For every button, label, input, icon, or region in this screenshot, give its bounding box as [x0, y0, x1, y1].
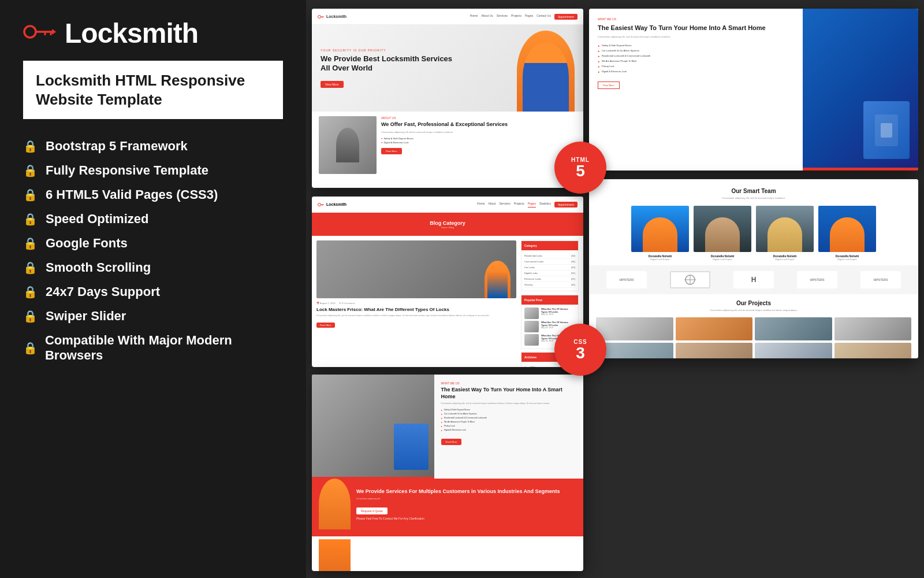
nav-link-services: Services — [497, 14, 508, 20]
blog-content: 📅 August 5, 2019 👁 0 Comments Lock Maste… — [312, 236, 583, 367]
screenshot-right-middle: Our Smart Team Consectetur adipiscing el… — [589, 179, 918, 358]
hero-button: View More — [321, 81, 344, 88]
mockup-main-nav: Locksmith Home About Us Services Project… — [312, 9, 583, 25]
person-body — [523, 42, 569, 112]
what-we-image — [803, 9, 918, 171]
feature-bootstrap: 🔒 Bootstrap 5 Framework — [23, 135, 283, 157]
team-avatar-4 — [818, 206, 876, 252]
bottom-list-6: Digital & Electronic Lock — [441, 429, 577, 432]
lock-icon-html5: 🔒 — [23, 188, 38, 202]
project-item-4 — [834, 317, 912, 341]
projects-grid — [596, 317, 911, 358]
bottom-list-2: Car Locksmith & Car Alarm Systems — [441, 413, 577, 416]
nav-link-contact: Contact Us — [536, 14, 551, 20]
blog-nav: Locksmith Home About Services Projects P… — [312, 197, 583, 213]
lock-icon-scrolling: 🔒 — [23, 261, 38, 275]
bottom-what-we-section: WHAT WE US The Easiest Way To Turn Your … — [312, 375, 583, 479]
blog-featured-image — [316, 240, 516, 298]
blog-nav-links: Home About Services Projects Pages Stati… — [477, 202, 578, 208]
blog-nav-statistics: Statistics — [539, 202, 551, 208]
what-we-list-item-2: Car Locksmith & Car Alarm Systems — [598, 49, 794, 53]
blog-main-area: 📅 August 5, 2019 👁 0 Comments Lock Maste… — [316, 240, 516, 367]
what-we-list-item-5: Pickup Lock — [598, 65, 794, 68]
brand-text-1: HIPSTERS — [619, 278, 634, 281]
svg-rect-4 — [52, 29, 54, 34]
blog-article-title: Lock Masters Frisco: What Are The Differ… — [316, 307, 516, 312]
what-we-list-item-6: Digital & Electronic Lock — [598, 70, 794, 73]
brand-2 — [670, 271, 710, 288]
lock-icon-fonts: 🔒 — [23, 236, 38, 250]
team-section: Our Smart Team Consectetur adipiscing el… — [589, 179, 918, 265]
bottom-what-content: WHAT WE US The Easiest Way To Turn Your … — [434, 375, 584, 479]
about-label: ABOUT US — [381, 116, 576, 120]
category-car: Car Locks (22) — [524, 265, 575, 271]
team-member-4: Donatella Nolwtti Digital Lock Expert — [818, 206, 876, 261]
about-title: We Offer Fast, Professional & Exceptiona… — [381, 121, 576, 128]
feature-fonts: 🔒 Google Fonts — [23, 232, 283, 254]
mockup-nav-logo: Locksmith — [318, 14, 346, 19]
hero-person-illustration — [517, 31, 575, 112]
project-item-1 — [596, 317, 673, 341]
nav-appointment-btn: Appointment — [554, 14, 578, 20]
left-panel: Locksmith Locksmith HTML Responsive Webs… — [0, 0, 306, 578]
blog-page-header: Blog Category Home / Blog — [312, 213, 583, 236]
services-quote-btn: Request A Quote — [356, 507, 388, 514]
project-item-7 — [755, 343, 832, 358]
bottom-list-5: Pickup Lock — [441, 425, 577, 428]
project-item-8 — [834, 343, 912, 358]
svg-point-0 — [24, 26, 36, 38]
category-electronic: Electronic Locks (21) — [524, 276, 575, 282]
services-title: We Provide Services For Multiples Custom… — [356, 488, 576, 495]
team-member-3: Donatella Nolwtti Digital Lock Expert — [756, 206, 814, 261]
blog-nav-projects: Projects — [514, 202, 524, 208]
services-contact-text: Please Feel Free To Contact Me For Any C… — [356, 517, 576, 520]
brand-4: HIPSTERS — [797, 271, 837, 288]
nav-link-home: Home — [470, 14, 478, 20]
screenshot-main: Locksmith Home About Us Services Project… — [312, 9, 583, 188]
category-security: Security (21) — [524, 282, 575, 288]
lock-icon-speed: 🔒 — [23, 212, 38, 226]
team-member-1: Donatella Nolwtti Digital Lock Expert — [631, 206, 689, 261]
css3-badge: CSS 3 — [554, 324, 606, 376]
brand-text-4: HIPSTERS — [810, 278, 824, 281]
brand-icon-2 — [681, 274, 699, 286]
blog-nav-services: Services — [499, 202, 510, 208]
category-residential: Residential Locks (32) — [524, 253, 575, 259]
feature-browsers: 🔒 Compatible With Major Modern Browsers — [23, 329, 283, 366]
projects-section: Our Projects Consectetur adipiscing elit… — [589, 294, 918, 358]
bottom-what-image — [312, 375, 434, 479]
features-list: 🔒 Bootstrap 5 Framework 🔒 Fully Responsi… — [23, 135, 283, 366]
what-we-label: WHAT WE US — [598, 17, 794, 21]
what-we-text: WHAT WE US The Easiest Way To Turn Your … — [589, 9, 803, 171]
brand-1: HIPSTERS — [606, 271, 647, 288]
blog-nav-key-icon — [318, 202, 325, 207]
team-role-3: Digital Lock Expert — [756, 258, 814, 261]
what-we-title: The Easiest Way To Turn Your Home Into A… — [598, 24, 794, 32]
feature-slider: 🔒 Swiper Slider — [23, 305, 283, 327]
team-role-1: Digital Lock Expert — [631, 258, 689, 261]
mockup-hero-section: YOUR SECURITY IS OUR PRIORITY We Provide… — [312, 25, 583, 112]
about-text: ABOUT US We Offer Fast, Professional & E… — [381, 116, 576, 176]
mockup-nav-links: Home About Us Services Projects Pages Co… — [470, 14, 578, 20]
screenshot-top-right: WHAT WE US The Easiest Way To Turn Your … — [589, 9, 918, 171]
brands-section: HIPSTERS H HIPSTERS HIPSTERS — [589, 265, 918, 294]
mockup-hero-content: YOUR SECURITY IS OUR PRIORITY We Provide… — [321, 49, 460, 87]
feature-html5: 🔒 6 HTML5 Valid Pages (CSS3) — [23, 184, 283, 206]
bottom-what-title: The Easiest Way To Turn Your Home Into A… — [441, 387, 577, 400]
blog-nav-logo-text: Locksmith — [326, 202, 346, 206]
feature-support: 🔒 24x7 Days Support — [23, 281, 283, 303]
key-icon — [23, 23, 58, 45]
team-grid: Donatella Nolwtti Digital Lock Expert Do… — [598, 206, 910, 261]
mockup-what-we-section: WHAT WE US The Easiest Way To Turn Your … — [589, 9, 918, 171]
services-footer-section: We Provide Services For Multiples Custom… — [312, 479, 583, 536]
screenshots-container: HTML 5 CSS 3 Locksmith Home — [306, 0, 924, 578]
lock-icon-bootstrap: 🔒 — [23, 139, 38, 153]
bottom-what-desc: Consectetur adipiscing elit, sed do eius… — [441, 402, 577, 406]
project-item-6 — [676, 343, 753, 358]
blog-nav-pages: Pages — [528, 202, 536, 208]
bottom-what-label: WHAT WE US — [441, 381, 577, 385]
brand-text-3: H — [751, 276, 757, 284]
team-avatar-2 — [694, 206, 751, 252]
team-title: Our Smart Team — [598, 188, 910, 194]
what-we-list: Safety & Safe Deposit Boxes Car Locksmit… — [598, 44, 794, 73]
